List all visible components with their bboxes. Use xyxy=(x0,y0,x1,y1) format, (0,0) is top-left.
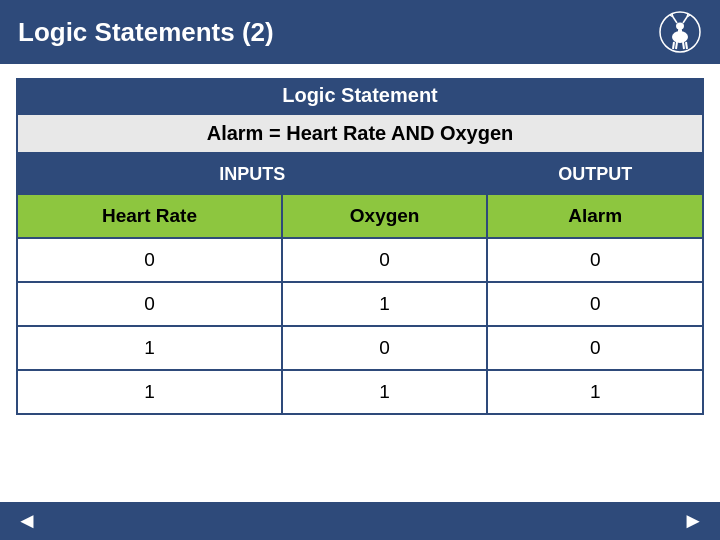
deer-logo-icon xyxy=(658,10,702,54)
truth-table: INPUTS OUTPUT Heart Rate Oxygen Alarm 00… xyxy=(16,154,704,415)
svg-line-10 xyxy=(673,42,674,49)
cell-r2-c1: 0 xyxy=(282,326,488,370)
cell-r3-c0: 1 xyxy=(17,370,282,414)
table-row: 111 xyxy=(17,370,703,414)
cell-r1-c2: 0 xyxy=(487,282,703,326)
svg-line-7 xyxy=(683,17,687,23)
cell-r2-c2: 0 xyxy=(487,326,703,370)
prev-button[interactable]: ◄ xyxy=(16,508,38,534)
table-row: 010 xyxy=(17,282,703,326)
svg-line-9 xyxy=(687,14,688,17)
header-bar: Logic Statements (2) xyxy=(0,0,720,64)
svg-line-13 xyxy=(686,42,687,49)
inputs-header: INPUTS xyxy=(17,155,487,194)
svg-line-4 xyxy=(673,17,677,23)
page-wrapper: Logic Statements (2) xyxy=(0,0,720,540)
truth-table-body: 000010100111 xyxy=(17,238,703,414)
next-button[interactable]: ► xyxy=(682,508,704,534)
cell-r0-c0: 0 xyxy=(17,238,282,282)
svg-line-6 xyxy=(672,14,673,17)
svg-line-11 xyxy=(676,42,677,49)
page-title: Logic Statements (2) xyxy=(18,17,274,48)
col-oxygen: Oxygen xyxy=(282,194,488,238)
col-alarm: Alarm xyxy=(487,194,703,238)
table-row: 100 xyxy=(17,326,703,370)
cell-r1-c1: 1 xyxy=(282,282,488,326)
cell-r0-c1: 0 xyxy=(282,238,488,282)
main-content: Logic Statement Alarm = Heart Rate AND O… xyxy=(0,64,720,502)
col-heart-rate: Heart Rate xyxy=(17,194,282,238)
table-row: 000 xyxy=(17,238,703,282)
cell-r3-c1: 1 xyxy=(282,370,488,414)
cell-r1-c0: 0 xyxy=(17,282,282,326)
cell-r0-c2: 0 xyxy=(487,238,703,282)
logic-statement-bar: Logic Statement xyxy=(16,78,704,113)
alarm-equation-bar: Alarm = Heart Rate AND Oxygen xyxy=(16,113,704,154)
bottom-nav: ◄ ► xyxy=(0,502,720,540)
cell-r3-c2: 1 xyxy=(487,370,703,414)
cell-r2-c0: 1 xyxy=(17,326,282,370)
col-label-row: Heart Rate Oxygen Alarm xyxy=(17,194,703,238)
table-header-row: INPUTS OUTPUT xyxy=(17,155,703,194)
svg-point-3 xyxy=(676,23,684,30)
svg-line-12 xyxy=(683,42,684,49)
output-header: OUTPUT xyxy=(487,155,703,194)
